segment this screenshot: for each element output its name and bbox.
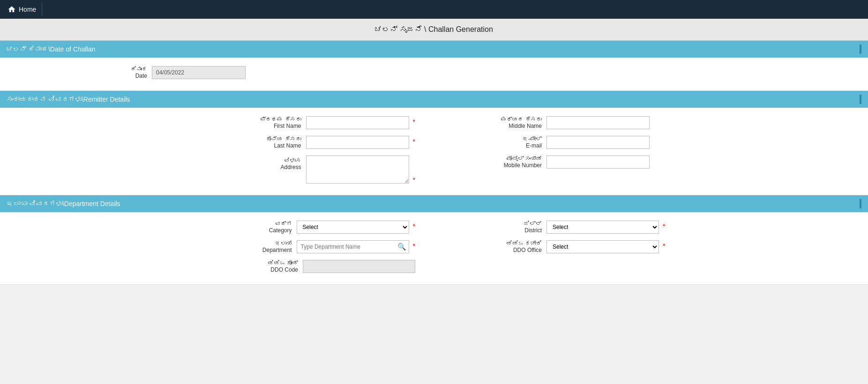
date-label: ದಿನಾಂಕ Date <box>105 66 147 79</box>
remitter-section-header: ಸಂದಾಯದಾರನ ವಿವರಗಳು\Remitter Details <box>0 91 868 108</box>
mobile-kn: ಮೊಬೈಲ್ ಸಂಖ್ಯೆ <box>471 155 542 162</box>
category-row: ವರ್ಗ Category Select * <box>11 221 434 234</box>
district-label: ಜಿಲ್ಲೆ District <box>471 221 542 234</box>
category-select-wrap: Select * <box>297 221 415 234</box>
dept-right-col: ಜಿಲ್ಲೆ District Select * ಡಿಡಿಒ ಕಚೇರಿ DDO… <box>434 221 857 273</box>
address-input-wrap: * <box>306 155 415 184</box>
section-header-bar <box>860 44 861 54</box>
page-title: ಚಲನ್ ಸೃಜನೆ \ Challan Generation <box>0 19 868 41</box>
first-name-required: * <box>413 118 415 126</box>
mobile-row: ಮೊಬೈಲ್ ಸಂಖ್ಯೆ Mobile Number <box>434 155 857 169</box>
date-field-row: ದಿನಾಂಕ Date <box>11 66 857 79</box>
date-label-en: Date <box>105 73 147 79</box>
date-label-kn: ದಿನಾಂಕ <box>105 66 147 73</box>
ddo-code-row: ಡಿಡಿಒ ಕೋಡ್ DDO Code <box>11 260 434 273</box>
address-input[interactable] <box>306 155 409 184</box>
dept-section-bar <box>860 199 861 208</box>
last-name-required: * <box>413 138 415 145</box>
district-select-wrap: Select * <box>546 221 665 234</box>
dept-two-col: ವರ್ಗ Category Select * ಇಲಾಖೆ Department <box>11 221 857 273</box>
middle-name-input[interactable] <box>546 116 650 129</box>
ddo-office-select[interactable]: Select <box>546 240 659 253</box>
home-icon <box>7 5 16 14</box>
last-name-input-wrap: * <box>306 136 415 149</box>
department-label: ಇಲಾಖೆ Department <box>231 240 292 253</box>
address-kn: ವಿಳಾಸ <box>240 157 301 164</box>
dept-section-content: ವರ್ಗ Category Select * ಇಲಾಖೆ Department <box>0 212 868 285</box>
district-en: District <box>471 227 542 234</box>
first-name-row: ಪ್ರಥಮ ಹೆಸರು First Name * <box>11 116 434 129</box>
first-name-kn: ಪ್ರಥಮ ಹೆಸರು <box>240 116 301 123</box>
department-kn: ಇಲಾಖೆ <box>231 240 292 247</box>
remitter-right-col: ಮಧ್ಯದ ಹೆಸರು Middle Name ಇ-ಮೇಲ್ E-mail <box>434 116 857 184</box>
middle-name-label: ಮಧ್ಯದ ಹೆಸರು Middle Name <box>471 116 542 129</box>
dept-section-title: ಇಲಾಖಾ ವಿವರಗಳು\Department Details <box>7 200 120 207</box>
department-row: ಇಲಾಖೆ Department 🔍 * <box>11 240 434 253</box>
last-name-label: ಕೊನೆಯ ಹೆಸರು Last Name <box>240 136 301 149</box>
department-en: Department <box>231 247 292 253</box>
ddo-office-en: DDO Office <box>471 247 542 253</box>
ddo-office-row: ಡಿಡಿಒ ಕಚೇರಿ DDO Office Select * <box>434 240 857 253</box>
date-section-title: ಚಲನ್ ದಿನಾಂಕ\Date of Challan <box>7 45 95 53</box>
email-en: E-mail <box>471 142 542 149</box>
department-search-wrap: 🔍 <box>297 240 409 253</box>
mobile-en: Mobile Number <box>471 162 542 169</box>
date-input <box>152 66 246 79</box>
email-input[interactable] <box>546 136 650 149</box>
first-name-label: ಪ್ರಥಮ ಹೆಸರು First Name <box>240 116 301 129</box>
ddo-office-select-wrap: Select * <box>546 240 665 253</box>
department-search-input[interactable] <box>297 240 409 253</box>
dept-left-col: ವರ್ಗ Category Select * ಇಲಾಖೆ Department <box>11 221 434 273</box>
remitter-section-title: ಸಂದಾಯದಾರನ ವಿವರಗಳು\Remitter Details <box>7 96 130 103</box>
middle-name-kn: ಮಧ್ಯದ ಹೆಸರು <box>471 116 542 123</box>
first-name-input[interactable] <box>306 116 409 129</box>
last-name-input[interactable] <box>306 136 409 149</box>
district-row: ಜಿಲ್ಲೆ District Select * <box>434 221 857 234</box>
address-required: * <box>413 176 415 184</box>
district-kn: ಜಿಲ್ಲೆ <box>471 221 542 227</box>
home-link[interactable]: Home <box>7 5 36 14</box>
middle-name-row: ಮಧ್ಯದ ಹೆಸರು Middle Name <box>434 116 857 129</box>
district-required: * <box>663 222 665 230</box>
ddo-code-kn: ಡಿಡಿಒ ಕೋಡ್ <box>237 260 298 266</box>
remitter-section-bar <box>860 95 861 104</box>
last-name-en: Last Name <box>240 142 301 149</box>
dept-section-header: ಇಲಾಖಾ ವಿವರಗಳು\Department Details <box>0 195 868 212</box>
ddo-office-kn: ಡಿಡಿಒ ಕಚೇರಿ <box>471 240 542 247</box>
remitter-two-col: ಪ್ರಥಮ ಹೆಸರು First Name * ಕೊನೆಯ ಹೆಸರು Las… <box>11 116 857 184</box>
remitter-section-content: ಪ್ರಥಮ ಹೆಸರು First Name * ಕೊನೆಯ ಹೆಸರು Las… <box>0 108 868 195</box>
first-name-input-wrap: * <box>306 116 415 129</box>
date-input-wrap <box>152 66 246 79</box>
date-section-content: ದಿನಾಂಕ Date <box>0 58 868 91</box>
ddo-office-label: ಡಿಡಿಒ ಕಚೇರಿ DDO Office <box>471 240 542 253</box>
category-label: ವರ್ಗ Category <box>231 221 292 234</box>
category-kn: ವರ್ಗ <box>231 221 292 227</box>
navbar-divider <box>42 3 42 16</box>
middle-name-input-wrap <box>546 116 650 129</box>
category-select[interactable]: Select <box>297 221 409 234</box>
last-name-kn: ಕೊನೆಯ ಹೆಸರು <box>240 136 301 142</box>
department-required: * <box>413 242 415 250</box>
navbar: Home <box>0 0 868 19</box>
ddo-office-required: * <box>663 242 665 250</box>
department-input-wrap: 🔍 * <box>297 240 415 253</box>
middle-name-en: Middle Name <box>471 123 542 129</box>
ddo-code-input <box>303 260 415 273</box>
mobile-input-wrap <box>546 155 650 169</box>
mobile-input[interactable] <box>546 155 650 169</box>
last-name-row: ಕೊನೆಯ ಹೆಸರು Last Name * <box>11 136 434 149</box>
home-label: Home <box>19 6 36 13</box>
email-label: ಇ-ಮೇಲ್ E-mail <box>471 136 542 149</box>
email-row: ಇ-ಮೇಲ್ E-mail <box>434 136 857 149</box>
category-en: Category <box>231 227 292 234</box>
district-select[interactable]: Select <box>546 221 659 234</box>
email-input-wrap <box>546 136 650 149</box>
address-row: ವಿಳಾಸ Address * <box>11 155 434 184</box>
remitter-left-col: ಪ್ರಥಮ ಹೆಸರು First Name * ಕೊನೆಯ ಹೆಸರು Las… <box>11 116 434 184</box>
category-required: * <box>413 222 415 230</box>
first-name-en: First Name <box>240 123 301 129</box>
ddo-code-en: DDO Code <box>237 266 298 273</box>
ddo-code-label: ಡಿಡಿಒ ಕೋಡ್ DDO Code <box>237 260 298 273</box>
address-label: ವಿಳಾಸ Address <box>240 157 301 170</box>
email-kn: ಇ-ಮೇಲ್ <box>471 136 542 142</box>
